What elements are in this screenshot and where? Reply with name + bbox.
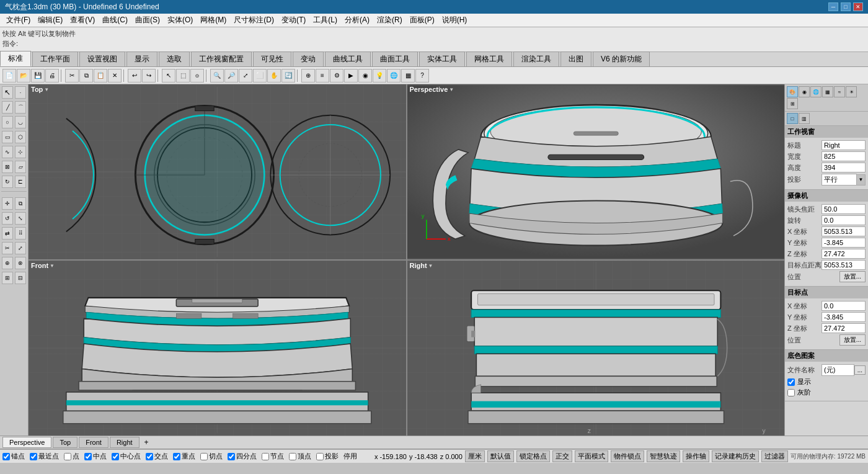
status-osnap[interactable]: 物件锁点 [611, 450, 644, 462]
cb-node[interactable] [262, 453, 269, 460]
menu-view[interactable]: 查看(V) [66, 14, 99, 27]
tb-zoom-win[interactable]: ⬜ [253, 69, 267, 83]
viewport-front[interactable]: Front ▼ [29, 261, 406, 436]
rp-value-cam-x[interactable]: 5053.513 [822, 226, 866, 236]
rp-bg-show-checkbox[interactable] [787, 378, 795, 386]
rp-value-proj[interactable]: 平行 [822, 174, 857, 186]
rp-icon-env[interactable]: 🌐 [810, 86, 822, 97]
tb-rotate[interactable]: 🔄 [281, 69, 295, 83]
rp-icon-material[interactable]: ◉ [799, 86, 810, 97]
rp-value-cam-z[interactable]: 27.472 [822, 249, 866, 259]
cb-tan[interactable] [200, 453, 208, 460]
lt-mirror[interactable]: ⇄ [2, 227, 13, 239]
lt-polyline[interactable]: ⌒ [15, 101, 26, 114]
menu-transform[interactable]: 变动(T) [278, 14, 309, 27]
rp-view-btn1[interactable]: □ [787, 113, 798, 124]
tab-display[interactable]: 显示 [126, 51, 157, 66]
tb-window-select[interactable]: ⬚ [176, 69, 190, 83]
tb-texture[interactable]: ▦ [401, 69, 415, 83]
lt-array[interactable]: ⠿ [15, 227, 26, 239]
menu-help[interactable]: 说明(H) [438, 14, 471, 27]
rp-value-tgt-z[interactable]: 27.472 [822, 323, 866, 333]
menu-analysis[interactable]: 分析(A) [341, 14, 373, 27]
menu-surface[interactable]: 曲面(S) [131, 14, 164, 27]
tab-viewport-config[interactable]: 工作视窗配置 [191, 51, 252, 66]
lt-freeform[interactable]: ∿ [2, 146, 13, 158]
rp-value-cam-y[interactable]: -3.845 [822, 238, 866, 248]
lt-point[interactable]: · [15, 86, 26, 99]
lt-polygon[interactable]: ⬡ [15, 131, 26, 143]
lt-scale[interactable]: ⤡ [15, 212, 26, 225]
cmd-line2[interactable]: 指令: [2, 38, 866, 48]
tb-properties[interactable]: ⚙ [330, 69, 343, 83]
status-plane-mode[interactable]: 平面模式 [575, 450, 608, 462]
minimize-button[interactable]: ─ [828, 2, 838, 11]
tb-light[interactable]: 💡 [373, 69, 386, 83]
lt-extend[interactable]: ⤢ [15, 242, 26, 254]
rp-value-tgt-x[interactable]: 0.0 [822, 301, 866, 311]
lt-join[interactable]: ⊕ [2, 257, 13, 269]
cb-midpoint[interactable] [84, 453, 92, 460]
rp-bg-gray-checkbox[interactable] [787, 389, 795, 396]
cb-quad[interactable] [228, 453, 235, 460]
maximize-button[interactable]: □ [841, 2, 851, 11]
cb-center[interactable] [112, 453, 119, 460]
tb-select[interactable]: ↖ [162, 69, 175, 83]
tb-print[interactable]: 🖨 [45, 69, 59, 83]
lt-rotate2[interactable]: ↺ [2, 212, 13, 225]
menu-edit[interactable]: 编辑(E) [34, 14, 66, 27]
rp-value-bg-file[interactable]: (元) [822, 364, 854, 376]
tb-save[interactable]: 💾 [31, 69, 45, 83]
tb-open[interactable]: 📂 [17, 69, 30, 83]
lt-move[interactable]: ✛ [2, 197, 13, 210]
tb-zoom-out[interactable]: 🔎 [224, 69, 238, 83]
tb-cut[interactable]: ✂ [65, 69, 79, 83]
lt-group[interactable]: ⊞ [2, 272, 13, 284]
viewport-right[interactable]: Right ▼ [407, 261, 785, 436]
menu-mesh[interactable]: 网格(M) [197, 14, 230, 27]
tab-solid-tools[interactable]: 实体工具 [419, 51, 465, 66]
tb-lasso[interactable]: ⌾ [190, 69, 204, 83]
tb-delete[interactable]: ✕ [108, 69, 122, 83]
tab-select[interactable]: 选取 [159, 51, 190, 66]
rp-proj-arrow[interactable]: ▼ [857, 174, 866, 186]
btab-front[interactable]: Front [79, 437, 108, 448]
btab-perspective[interactable]: Perspective [2, 437, 51, 448]
tab-mesh-tools[interactable]: 网格工具 [466, 51, 512, 66]
tab-v6-new[interactable]: V6 的新功能 [593, 51, 650, 66]
menu-render[interactable]: 渲染(R) [373, 14, 406, 27]
tb-snap[interactable]: ⊕ [301, 69, 315, 83]
rp-icon-sun[interactable]: ☀ [846, 86, 857, 97]
cb-proj[interactable] [316, 453, 324, 460]
tab-curve-tools[interactable]: 曲线工具 [325, 51, 371, 66]
btab-add[interactable]: + [141, 437, 153, 448]
tb-layer[interactable]: ≡ [316, 69, 329, 83]
cb-knot[interactable] [173, 453, 180, 460]
lt-copy2[interactable]: ⧉ [15, 197, 26, 210]
status-ortho[interactable]: 正交 [552, 450, 572, 462]
status-history[interactable]: 记录建构历史 [712, 450, 759, 462]
lt-arc[interactable]: ◡ [15, 116, 26, 128]
lt-ungroup[interactable]: ⊟ [15, 272, 26, 284]
rp-icon-color[interactable]: 🎨 [787, 86, 798, 97]
rp-cam-place-btn[interactable]: 放置... [839, 271, 866, 282]
rp-value-rotate[interactable]: 0.0 [822, 215, 866, 225]
status-grid-lock[interactable]: 锁定格点 [516, 450, 550, 462]
lt-loft[interactable]: ⊏ [15, 176, 26, 188]
status-filter[interactable]: 过滤器 [761, 450, 788, 462]
rp-value-height[interactable]: 394 [822, 163, 866, 172]
rp-value-tgt-y[interactable]: -3.845 [822, 312, 866, 322]
rp-icon-grid2[interactable]: ⊞ [787, 98, 798, 109]
lt-explode[interactable]: ⊗ [15, 257, 26, 269]
rp-value-cam-td[interactable]: 5053.513 [822, 260, 866, 270]
tab-transform[interactable]: 变动 [293, 51, 324, 66]
rp-value-width[interactable]: 825 [822, 151, 866, 161]
tb-env[interactable]: 🌐 [387, 69, 401, 83]
tb-new[interactable]: 📄 [2, 69, 16, 83]
viewport-perspective[interactable]: Perspective ▼ [407, 84, 785, 259]
lt-extrude[interactable]: ▱ [15, 161, 26, 173]
lt-line[interactable]: ╱ [2, 101, 13, 114]
btab-right[interactable]: Right [110, 437, 140, 448]
tab-render-tools[interactable]: 渲染工具 [513, 51, 559, 66]
status-default[interactable]: 默认值 [487, 450, 514, 462]
